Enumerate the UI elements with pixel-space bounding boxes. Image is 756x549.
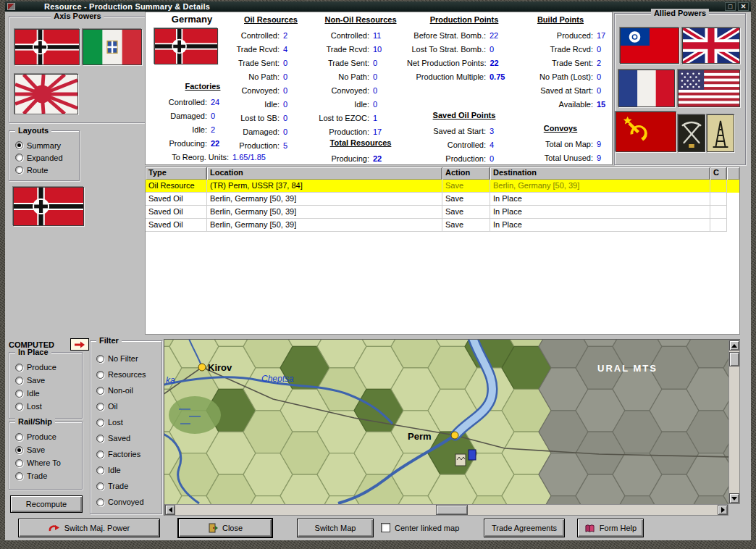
col-header-type[interactable]: Type [146, 167, 207, 180]
filter-option[interactable]: Saved [96, 430, 161, 446]
scroll-left-button[interactable] [165, 505, 175, 515]
summary-row: Net Production Points:22 [407, 56, 521, 70]
hex-map[interactable]: Kirov ka Cheptsa Perm URAL MTS [164, 340, 728, 504]
summary-row: Trade Rcvd:10 [316, 42, 405, 56]
rail-ship-option[interactable]: Produce [15, 430, 82, 443]
summary-row: Available:15 [510, 97, 611, 111]
radio-dot [96, 466, 104, 474]
in-place-option[interactable]: Save [15, 374, 82, 387]
summary-row: No Path:0 [316, 70, 405, 83]
rail-ship-option[interactable]: Trade [15, 469, 82, 482]
radio-dot [96, 371, 104, 379]
rail-ship-radio-group: Produce Save Where To Trade [9, 422, 82, 482]
filter-option[interactable]: Idle [96, 462, 161, 478]
filter-option[interactable]: Resources [96, 366, 161, 382]
flag-japan-icon[interactable] [14, 74, 78, 114]
summary-row: Idle:0 [227, 97, 315, 111]
map-vertical-scrollbar[interactable] [728, 340, 740, 504]
table-row[interactable]: Saved Oil Berlin, Germany [50, 39] Save … [146, 206, 739, 219]
rail-ship-option[interactable]: Where To [15, 456, 82, 469]
layout-option[interactable]: Route [15, 164, 79, 176]
filter-option[interactable]: Lost [96, 414, 161, 430]
radio-dot [15, 459, 23, 467]
map-horizontal-scrollbar[interactable] [164, 504, 728, 516]
cell-destination: In Place [490, 219, 710, 232]
scroll-down-button[interactable] [729, 493, 739, 503]
summary-row: Controlled:4 [407, 138, 521, 151]
flag-uk-icon[interactable] [682, 28, 740, 64]
build-points-title: Build Points [510, 15, 611, 28]
form-help-button[interactable]: Form Help [577, 519, 644, 537]
title-bar[interactable]: Resource - Production Summary & Details … [5, 1, 751, 12]
table-row[interactable]: Saved Oil Berlin, Germany [50, 39] Save … [146, 219, 739, 232]
cell-type: Oil Resource [146, 180, 207, 193]
col-header-destination[interactable]: Destination [490, 167, 710, 180]
rail-ship-option[interactable]: Save [15, 443, 82, 456]
layout-option[interactable]: Expanded [15, 151, 79, 164]
radio-label: Save [27, 445, 45, 454]
flag-ussr-icon[interactable] [616, 112, 676, 152]
trade-agreements-button[interactable]: Trade Agreements [484, 519, 565, 537]
saved-oil-points-title: Saved Oil Points [407, 111, 521, 124]
form-help-label: Form Help [600, 524, 637, 532]
layout-option[interactable]: Summary [15, 139, 79, 151]
summary-row: Total Unused:9 [510, 151, 611, 164]
scroll-up-button[interactable] [729, 340, 739, 351]
summary-row: Convoyed:0 [227, 83, 315, 97]
col-header-action[interactable]: Action [442, 167, 490, 180]
selected-power-flag-germany-icon[interactable] [13, 187, 84, 226]
summary-row: Produced:17 [510, 28, 611, 42]
in-place-option[interactable]: Idle [15, 387, 82, 400]
filter-option[interactable]: Non-oil [96, 382, 161, 398]
flag-china-icon[interactable] [620, 28, 679, 64]
map-label-river-edge: ka [166, 375, 175, 385]
convoys-title: Convoys [510, 124, 611, 137]
radio-dot [96, 387, 104, 395]
filter-option[interactable]: No Filter [96, 351, 161, 366]
col-header-filler [727, 167, 739, 180]
map-panel[interactable]: Kirov ka Cheptsa Perm URAL MTS [164, 339, 740, 516]
flag-germany-icon[interactable] [14, 29, 80, 65]
radio-dot [15, 390, 23, 398]
non-oil-resources-title: Non-Oil Resources [316, 15, 405, 28]
col-header-location[interactable]: Location [207, 167, 442, 180]
center-linked-map-checkbox[interactable]: Center linked map [381, 523, 459, 532]
filter-option[interactable]: Factories [96, 446, 161, 462]
filter-option[interactable]: Convoyed [96, 494, 161, 510]
flag-france-icon[interactable] [618, 70, 675, 107]
maximize-button[interactable]: □ [725, 2, 736, 11]
unit-counter-icon [469, 450, 476, 460]
right-arrow-icon [721, 507, 725, 513]
recompute-button[interactable]: Recompute [10, 495, 83, 513]
flag-italy-icon[interactable] [83, 29, 142, 65]
close-window-button[interactable]: ✕ [738, 2, 749, 11]
col-header-convoy[interactable]: C [710, 167, 727, 180]
table-row[interactable]: Oil Resource (TR) Perm, USSR [37, 84] Sa… [146, 180, 739, 193]
radio-label: Save [27, 376, 45, 385]
checkbox-box[interactable] [381, 523, 390, 532]
switch-major-power-button[interactable]: Switch Maj. Power [18, 519, 160, 537]
summary-row: Damaged:0 [227, 125, 315, 138]
map-label-kirov: Kirov [208, 362, 232, 373]
rail-ship-group: Rail/Ship Produce Save Where To Trade [9, 422, 83, 490]
computed-arrow-button[interactable] [70, 338, 89, 351]
filter-option[interactable]: Trade [96, 478, 161, 494]
summary-row: Saved at Start:3 [407, 124, 521, 138]
vertical-scroll-thumb[interactable] [729, 352, 739, 366]
in-place-option[interactable]: Produce [15, 361, 82, 374]
radio-label: Summary [27, 141, 61, 150]
flag-usa-icon[interactable] [678, 70, 740, 107]
radio-dot [15, 364, 23, 372]
table-row[interactable]: Saved Oil Berlin, Germany [50, 39] Save … [146, 193, 739, 206]
close-button[interactable]: Close [178, 519, 272, 537]
oil-derrick-icon[interactable] [707, 114, 734, 152]
map-label-perm: Perm [408, 431, 432, 442]
switch-map-button[interactable]: Switch Map [297, 519, 374, 537]
radio-dot [96, 419, 104, 427]
scroll-right-button[interactable] [718, 505, 728, 515]
filter-option[interactable]: Oil [96, 398, 161, 414]
in-place-option[interactable]: Lost [15, 400, 82, 413]
center-linked-map-label: Center linked map [395, 524, 459, 532]
horizontal-scroll-thumb[interactable] [436, 505, 468, 515]
mine-resource-icon[interactable] [678, 114, 705, 152]
